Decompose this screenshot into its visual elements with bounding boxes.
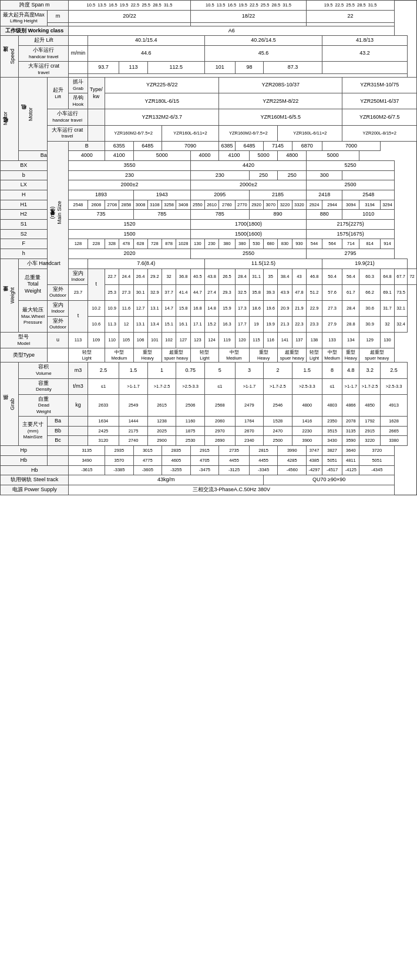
- type-8: 超重型spuer heavy: [278, 348, 307, 363]
- wp-i-7: 15.8: [176, 300, 190, 316]
- bc-8: 3900: [292, 436, 322, 446]
- model-8: 127: [176, 332, 190, 348]
- h-small-label: h: [1, 249, 48, 259]
- handcar-motor-2: YZR160M1-6/5.5: [219, 109, 342, 125]
- f-label: F: [1, 239, 48, 249]
- h1-v12: 2770: [235, 200, 249, 210]
- h1-v6: 3108: [147, 200, 162, 210]
- type-label: 类型Type: [1, 348, 48, 363]
- ba-val-1c: 5000: [133, 151, 190, 161]
- total-weight-label: 总重量TotalWeight: [19, 269, 47, 300]
- hp-1: 3135: [69, 446, 105, 456]
- tw-i-14: 43: [292, 269, 306, 284]
- model-2: 109: [88, 332, 105, 348]
- crat-val-1a: 93.7: [88, 62, 119, 74]
- h1-v2: 2608: [88, 200, 105, 210]
- wp-i-1: 10.2: [88, 300, 105, 316]
- h2-val-3a: 880: [307, 210, 342, 220]
- vol-8: 1.5: [292, 363, 322, 378]
- h1-label: H1: [1, 200, 48, 210]
- hbn-5: -3475: [190, 465, 218, 475]
- speed-label: 速度Speed: [1, 36, 19, 78]
- hp-5: 2915: [190, 446, 218, 456]
- bb-11: 2915: [359, 426, 380, 436]
- tw-i-9: 26.5: [219, 269, 236, 284]
- wp-o-6: 15.1: [162, 316, 176, 332]
- dw-1: 2633: [88, 394, 119, 416]
- h-val-2a: 2095: [190, 190, 249, 200]
- hbn-7: -3345: [249, 465, 277, 475]
- max-lift-unit: m: [47, 10, 69, 22]
- bc-5: 2690: [204, 436, 235, 446]
- h-small-val-1: 2020: [69, 249, 190, 259]
- h1-v5: 3008: [133, 200, 147, 210]
- h-val-1b: 1943: [133, 190, 190, 200]
- wp-i-17: 27.3: [322, 300, 342, 316]
- h1-v4: 2858: [119, 200, 133, 210]
- steel-track-val-2: QU70 ≥90×90: [264, 475, 395, 485]
- bb-4: 1875: [176, 426, 205, 436]
- hp-6: 2735: [219, 446, 250, 456]
- dw-6: 2479: [235, 394, 263, 416]
- hp-9: 3747: [307, 446, 322, 456]
- vol-12: 2.5: [380, 363, 407, 378]
- b-val-2c: 7145: [264, 141, 292, 151]
- model-14: 116: [264, 332, 278, 348]
- span-values-1: 10.5 13.5 16.5 19.5 22.5 25.5 28.5 31.5: [69, 1, 190, 11]
- handcar-motor-1: YZR132M2-6/3.7: [105, 109, 219, 125]
- bx-val-2: 4420: [190, 160, 306, 170]
- s1-val-3: 2175(2275): [307, 220, 395, 230]
- bx-label: BX: [1, 160, 48, 170]
- s2-val-2: 1500(1600): [190, 229, 306, 239]
- tw-i-5: 32: [162, 269, 176, 284]
- power-supply-val: 三相交流3-PhaseA.C.50Hz 380V: [69, 485, 395, 495]
- volume-label: 容积Volume: [19, 363, 69, 378]
- tw-o-6: 37.7: [162, 284, 176, 300]
- f-v21: 914: [380, 239, 394, 249]
- tw-o-21: 73.5: [395, 284, 408, 300]
- type-11: 重型Heavy: [342, 348, 359, 363]
- bc-2: 2740: [119, 436, 147, 446]
- type-5: 轻型Light: [190, 348, 218, 363]
- b-label: B: [69, 141, 105, 151]
- bag-10: 2078: [342, 417, 359, 427]
- dens-12: >2.5-3.3: [380, 378, 407, 394]
- b-small-label: b: [1, 170, 48, 180]
- crat-val-3: [322, 62, 407, 74]
- hbn-9: -4297: [307, 465, 322, 475]
- f-v4: 478: [119, 239, 133, 249]
- dw-11: 4850: [359, 394, 380, 416]
- tw-i-17: 56.4: [342, 269, 359, 284]
- crat-motor-3: YZR200L-8/15×2: [342, 125, 417, 141]
- handcart-wt-2: 11.5(12.5): [204, 259, 322, 269]
- type-kw-label3: [88, 125, 105, 141]
- wp-i-11: 17.3: [235, 300, 249, 316]
- hook-motor-1: YZR180L-6/15: [105, 93, 219, 109]
- hb-4: 4605: [162, 455, 190, 465]
- hb-6: 4455: [219, 455, 250, 465]
- model-4: 105: [119, 332, 133, 348]
- handcart-val-3: 43.2: [322, 46, 407, 62]
- grab-motor-3: YZR315M-10/75: [342, 78, 417, 93]
- span-label: 跨度 Span m: [1, 1, 69, 11]
- bx-val-3: 5250: [307, 160, 395, 170]
- f-v7: 878: [162, 239, 176, 249]
- bb-8: 2230: [292, 426, 322, 436]
- bb-5: 2970: [204, 426, 235, 436]
- motor-outer-label: 电机Motor: [19, 78, 47, 151]
- f-v15: 830: [278, 239, 292, 249]
- ba-val-1a: 4000: [69, 151, 105, 161]
- f-v10: 230: [204, 239, 218, 249]
- model-12: 120: [235, 332, 249, 348]
- tw-i-19: 64.8: [380, 269, 394, 284]
- h2-val-2b: 890: [249, 210, 306, 220]
- h-small-val-3: 2795: [307, 249, 395, 259]
- hb-12: 5051: [359, 455, 395, 465]
- f-v6: 728: [147, 239, 162, 249]
- tw-o-8: 44.7: [190, 284, 204, 300]
- h1-v17: 2924: [307, 200, 322, 210]
- wp-i-5: 13.1: [147, 300, 162, 316]
- wheel-pressure-label: 最大轮压Max.WheelPressure: [19, 300, 47, 332]
- ba-grab-label: Ba: [47, 417, 69, 427]
- main-size-grab-label: 主要尺寸(mm)MainSize: [19, 417, 47, 446]
